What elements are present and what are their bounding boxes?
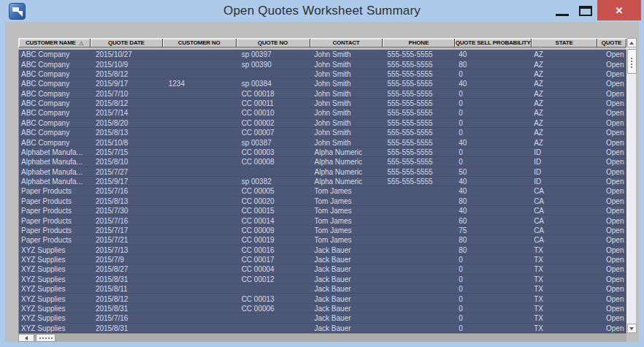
table-row[interactable]: ABC Company2015/9/171234sp 00384John Smi…: [19, 79, 626, 88]
table-row[interactable]: XYZ Supplies2015/8/11Jack Bauer0TXOpen: [19, 284, 626, 294]
cell: 40: [455, 186, 532, 196]
scroll-down-button[interactable]: [627, 324, 637, 333]
column-header-state[interactable]: STATE: [532, 39, 597, 47]
cell: ABC Company: [19, 89, 91, 99]
cell: [383, 255, 455, 264]
cell: sp 00387: [237, 138, 310, 148]
table-row[interactable]: XYZ Supplies2015/8/31CC 00012Jack Bauer0…: [19, 275, 626, 284]
cell: 2015/8/12: [91, 99, 163, 108]
maximize-button[interactable]: [575, 0, 596, 20]
cell: Open: [597, 294, 626, 304]
close-button[interactable]: ✕: [597, 0, 641, 20]
cell: Open: [597, 206, 626, 216]
cell: XYZ Supplies: [19, 294, 91, 304]
horizontal-scrollbar-thumb[interactable]: [36, 334, 55, 342]
column-header-customer-name[interactable]: CUSTOMER NAME△: [19, 39, 91, 47]
cell: ABC Company: [19, 79, 91, 88]
cell: ID: [532, 157, 597, 167]
table-row[interactable]: Paper Products2015/7/30CC 00015Tom James…: [19, 206, 626, 216]
table-row[interactable]: XYZ Supplies2015/8/12CC 00013Jack Bauer0…: [19, 294, 626, 303]
table-row[interactable]: XYZ Supplies2015/8/31Jack Bauer0TXOpen: [19, 324, 626, 333]
column-header-customer-no[interactable]: CUSTOMER NO: [163, 39, 237, 47]
cell: 2015/8/31: [91, 304, 163, 313]
table-row[interactable]: Paper Products2015/7/17CC 00009Tom James…: [19, 226, 626, 235]
table-row[interactable]: XYZ Supplies2015/8/31CC 00006Jack Bauer0…: [19, 304, 626, 313]
cell: [383, 264, 455, 274]
column-header-contact[interactable]: CONTACT: [310, 39, 383, 47]
cell: 2015/8/13: [91, 197, 163, 206]
cell: Paper Products: [19, 186, 91, 196]
table-row[interactable]: XYZ Supplies2015/7/13CC 00016Jack Bauer8…: [19, 245, 626, 255]
cell: CC 00020: [237, 197, 310, 206]
minimize-button[interactable]: [552, 0, 572, 20]
cell: Open: [597, 235, 626, 245]
cell: [163, 60, 237, 69]
cell: CC 00007: [237, 128, 310, 137]
cell: 555-555-5555: [383, 99, 455, 108]
column-header-quote-date[interactable]: QUOTE DATE: [91, 39, 163, 47]
scroll-left-button[interactable]: [18, 334, 34, 342]
column-header-quote-no[interactable]: QUOTE NO: [237, 39, 310, 47]
cell: 80: [455, 60, 532, 69]
table-row[interactable]: Alphabet Manufa...2015/7/15CC 00003Alpha…: [19, 148, 626, 157]
cell: CA: [532, 186, 597, 196]
cell: ABC Company: [19, 60, 91, 69]
table-row[interactable]: XYZ Supplies2015/7/16Jack Bauer0TXOpen: [19, 313, 626, 323]
cell: John Smith: [310, 128, 383, 137]
cell: Paper Products: [19, 216, 91, 226]
table-row[interactable]: ABC Company2015/8/20CC 00002John Smith55…: [19, 118, 626, 128]
vertical-scrollbar-thumb[interactable]: [627, 49, 637, 74]
table-row[interactable]: Paper Products2015/7/16CC 00005Tom James…: [19, 186, 626, 196]
table-row[interactable]: ABC Company2015/10/27sp 00397John Smith5…: [19, 50, 626, 59]
cell: AZ: [532, 108, 597, 118]
cell: CC 00012: [237, 275, 310, 284]
cell: [163, 235, 237, 245]
table-row[interactable]: Paper Products2015/8/13CC 00020Tom James…: [19, 197, 626, 206]
cell: [237, 313, 310, 323]
cell: [383, 226, 455, 235]
table-row[interactable]: Alphabet Manufa...2015/7/27Alpha Numeric…: [19, 167, 626, 177]
table-header: CUSTOMER NAME△QUOTE DATECUSTOMER NOQUOTE…: [18, 38, 626, 47]
cell: Open: [597, 216, 626, 226]
cell: AZ: [532, 60, 597, 69]
cell: CC 00014: [237, 216, 310, 226]
column-header-quote[interactable]: QUOTE: [597, 39, 626, 47]
table-row[interactable]: Alphabet Manufa...2015/8/10CC 00008Alpha…: [19, 157, 626, 167]
scroll-up-button[interactable]: [627, 38, 637, 47]
cell: [163, 186, 237, 196]
vertical-scrollbar[interactable]: [626, 38, 636, 333]
table-row[interactable]: ABC Company2015/7/10CC 00018John Smith55…: [19, 89, 626, 99]
scroll-left-icon: [25, 336, 28, 340]
column-header-quote-sell-probability[interactable]: QUOTE SELL PROBABILITY: [455, 39, 532, 47]
table-row[interactable]: ABC Company2015/8/12John Smith555-555-55…: [19, 69, 626, 79]
cell: John Smith: [310, 60, 383, 69]
cell: 40: [455, 206, 532, 216]
horizontal-scrollbar[interactable]: [18, 333, 626, 342]
cell: [163, 304, 237, 313]
scrollbar-grip-icon: [631, 61, 632, 62]
cell: [383, 275, 455, 284]
table-row[interactable]: ABC Company2015/10/9sp 00390John Smith55…: [19, 59, 626, 69]
window-title: Open Quotes Worksheet Summary: [0, 4, 644, 18]
cell: [163, 89, 237, 99]
table-row[interactable]: XYZ Supplies2015/7/9CC 00017Jack Bauer0T…: [19, 255, 626, 264]
table-row[interactable]: ABC Company2015/10/8sp 00387John Smith55…: [19, 137, 626, 147]
cell: [163, 118, 237, 128]
table-row[interactable]: Paper Products2015/7/16CC 00014Tom James…: [19, 216, 626, 225]
cell: 2015/7/27: [91, 167, 163, 177]
cell: [237, 69, 310, 79]
table-row[interactable]: Alphabet Manufa...2015/9/17sp 00382Alpha…: [19, 177, 626, 186]
cell: 60: [455, 216, 532, 226]
cell: 2015/7/16: [91, 186, 163, 196]
cell: Tom James: [310, 186, 383, 196]
table-row[interactable]: XYZ Supplies2015/8/27CC 00004Jack Bauer0…: [19, 264, 626, 274]
cell: 2015/8/12: [91, 294, 163, 304]
table-row[interactable]: ABC Company2015/7/14CC 00010John Smith55…: [19, 108, 626, 118]
table-row[interactable]: ABC Company2015/8/13CC 00007John Smith55…: [19, 128, 626, 137]
table-row[interactable]: Paper Products2015/7/21CC 00019Tom James…: [19, 235, 626, 245]
cell: 0: [455, 157, 532, 167]
column-header-phone[interactable]: PHONE: [383, 39, 455, 47]
table-row[interactable]: ABC Company2015/8/12CC 00011John Smith55…: [19, 99, 626, 108]
cell: ABC Company: [19, 69, 91, 79]
titlebar[interactable]: Open Quotes Worksheet Summary ✕: [0, 0, 644, 22]
